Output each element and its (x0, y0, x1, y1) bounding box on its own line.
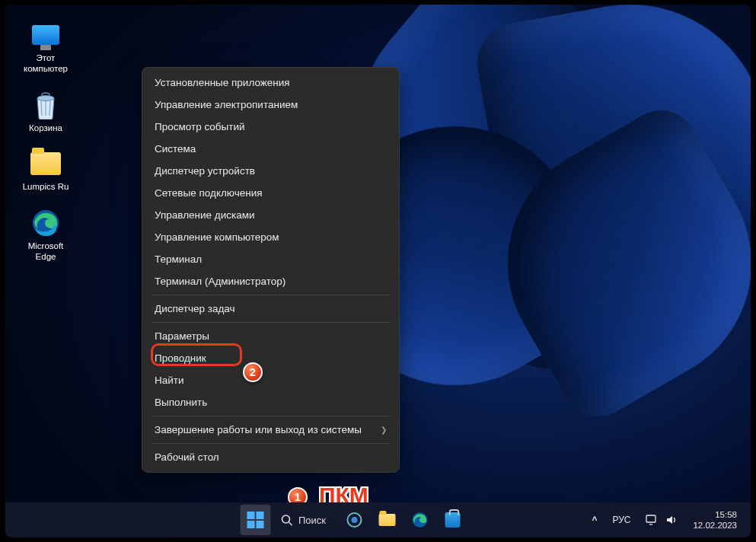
desktop-icon-label: Этот компьютер (24, 53, 68, 75)
ctx-installed-apps[interactable]: Установленные приложения (142, 72, 399, 94)
taskbar-search[interactable]: Поиск (273, 508, 337, 532)
search-label: Поиск (298, 515, 326, 526)
ctx-explorer[interactable]: Проводник (142, 347, 399, 369)
desktop-icon-label: Microsoft Edge (28, 241, 64, 263)
edge-icon (411, 512, 428, 528)
ctx-separator (152, 295, 390, 295)
ctx-desktop[interactable]: Рабочий стол (142, 446, 399, 468)
svg-point-5 (351, 517, 357, 523)
ctx-separator (152, 443, 390, 444)
folder-icon (29, 147, 62, 180)
desktop-icon-label: Корзина (29, 123, 62, 134)
edge-icon (29, 206, 62, 240)
copilot-icon (346, 512, 362, 528)
desktop-icon-edge[interactable]: Microsoft Edge (16, 206, 75, 263)
desktop-icon-this-pc[interactable]: Этот компьютер (16, 18, 75, 75)
svg-point-2 (282, 515, 289, 523)
ctx-terminal[interactable]: Терминал (142, 248, 399, 270)
ctx-device-manager[interactable]: Диспетчер устройств (142, 160, 399, 182)
ctx-settings[interactable]: Параметры (142, 325, 399, 347)
ctx-separator (152, 416, 390, 416)
ctx-shutdown-signout[interactable]: Завершение работы или выход из системы❯ (142, 419, 399, 441)
desktop-icon-label: Lumpics Ru (23, 182, 69, 193)
network-icon (646, 515, 658, 525)
tray-overflow[interactable]: ^ (585, 505, 603, 534)
annotation-badge-2: 2 (243, 362, 263, 382)
svg-line-3 (289, 522, 292, 525)
taskbar: Поиск ^ РУС 15:58 (5, 502, 751, 537)
tray-quick-settings[interactable] (640, 505, 684, 534)
taskbar-center: Поиск (240, 505, 467, 535)
tray-clock[interactable]: 15:58 12.02.2023 (687, 505, 743, 534)
svg-rect-7 (646, 515, 656, 522)
recycle-bin-icon (29, 88, 62, 122)
volume-icon (665, 515, 678, 525)
ctx-computer-management[interactable]: Управление компьютером (142, 226, 399, 248)
ctx-network-connections[interactable]: Сетевые подключения (142, 182, 399, 204)
chevron-up-icon: ^ (592, 515, 597, 525)
ctx-disk-management[interactable]: Управление дисками (142, 204, 399, 226)
tray-language[interactable]: РУС (606, 505, 636, 534)
winx-context-menu: Установленные приложения Управление элек… (142, 67, 400, 473)
windows-logo-icon (247, 512, 263, 528)
taskbar-edge[interactable] (404, 505, 435, 535)
taskbar-copilot[interactable] (339, 505, 369, 535)
monitor-icon (29, 18, 62, 52)
desktop-icon-folder[interactable]: Lumpics Ru (16, 147, 75, 193)
start-button[interactable] (240, 505, 270, 535)
ctx-separator (152, 322, 390, 323)
ctx-power-options[interactable]: Управление электропитанием (142, 94, 399, 116)
ctx-terminal-admin[interactable]: Терминал (Администратор) (142, 270, 399, 292)
chevron-right-icon: ❯ (381, 426, 387, 434)
system-tray: ^ РУС 15:58 12.02.2023 (585, 505, 743, 534)
store-icon (445, 512, 460, 528)
ctx-system[interactable]: Система (142, 138, 399, 160)
ctx-event-viewer[interactable]: Просмотр событий (142, 116, 399, 138)
ctx-run[interactable]: Выполнить (142, 391, 399, 413)
desktop-icon-recycle-bin[interactable]: Корзина (16, 88, 75, 134)
taskbar-store[interactable] (437, 505, 467, 535)
folder-icon (378, 514, 395, 526)
desktop-screen: Этот компьютер Корзина Lumpics Ru Micros… (5, 5, 751, 537)
taskbar-explorer[interactable] (372, 505, 402, 535)
clock-text: 15:58 12.02.2023 (693, 509, 737, 531)
ctx-search[interactable]: Найти (142, 369, 399, 391)
svg-point-0 (37, 95, 54, 100)
ctx-task-manager[interactable]: Диспетчер задач (142, 298, 399, 320)
search-icon (280, 514, 292, 526)
desktop-icons: Этот компьютер Корзина Lumpics Ru Micros… (16, 18, 75, 276)
